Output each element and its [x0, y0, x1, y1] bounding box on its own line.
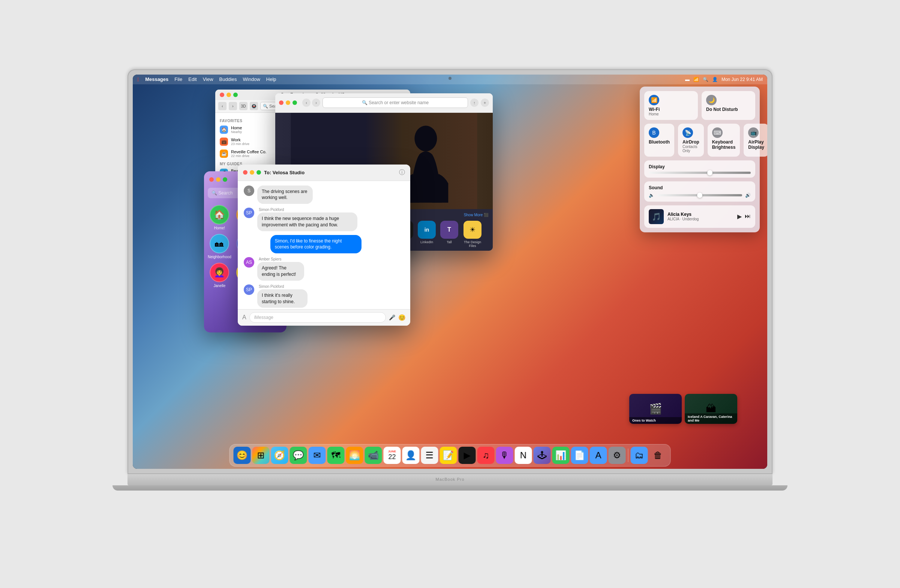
cc-keyboard-tile[interactable]: ⌨ Keyboard Brightness	[708, 124, 740, 157]
dock-contacts[interactable]: 👤	[402, 447, 420, 464]
cc-bluetooth-tile[interactable]: B Bluetooth	[644, 124, 674, 157]
safari-new-tab-btn[interactable]: +	[481, 99, 489, 107]
messages-apps-btn[interactable]: A	[242, 314, 247, 321]
contact-janelle[interactable]: 👩‍🦱 Janelle	[208, 263, 231, 292]
dock-appstore[interactable]: A	[590, 447, 607, 464]
contacts-close-btn[interactable]	[209, 177, 214, 182]
cc-album-art: 🎵	[649, 209, 664, 224]
safari-close-btn[interactable]	[279, 101, 284, 105]
dock-calendar[interactable]: JUNE 22	[383, 447, 401, 464]
maps-forward-btn[interactable]: ›	[229, 102, 237, 110]
dock-launchpad[interactable]: ⊞	[252, 447, 270, 464]
rec-card-1-label: Ones to Watch	[629, 417, 682, 424]
menu-help[interactable]: Help	[266, 76, 276, 82]
fav-designfiles[interactable]: ☀ The Design Files	[463, 221, 482, 248]
msg-sender-4: Amber Spiers	[257, 257, 327, 261]
cc-display-thumb[interactable]	[707, 170, 712, 175]
control-center[interactable]: 📶 Wi-Fi Home 🌙 Do Not Disturb	[640, 87, 760, 232]
dock-podcasts[interactable]: 🎙	[496, 447, 514, 464]
volume-high-icon: 🔊	[745, 193, 751, 198]
messages-input-field[interactable]: iMessage	[249, 312, 386, 323]
dock-finder[interactable]: 😊	[234, 447, 251, 464]
contact-neighborhood-name: Neighborhood	[208, 255, 231, 259]
fav-linkedin-label: LinkedIn	[421, 240, 433, 244]
maps-back-btn[interactable]: ‹	[218, 102, 227, 110]
apple-menu[interactable]: 	[137, 76, 139, 82]
cc-next-btn[interactable]: ⏭	[745, 213, 751, 220]
maps-transit-btn[interactable]: 🚇	[250, 102, 258, 110]
menu-edit[interactable]: Edit	[188, 76, 197, 82]
contact-janelle-name: Janelle	[214, 284, 226, 288]
rec-card-2[interactable]: 🏔 Iceland A Caravan, Caterina and Me	[685, 394, 737, 424]
dock-messages[interactable]: 💬	[290, 447, 307, 464]
contacts-minimize-btn[interactable]	[216, 177, 220, 182]
dock-reminders[interactable]: ☰	[421, 447, 438, 464]
messages-window[interactable]: To: Velosa Studio ⓘ S The driving scenes…	[238, 164, 410, 326]
cc-wifi-tile[interactable]: 📶 Wi-Fi Home	[644, 91, 698, 120]
coffee-icon: ☕	[220, 150, 228, 158]
dock-mail[interactable]: ✉	[309, 447, 326, 464]
cc-track-info: Alicia Keys ALICIA · Underdog	[667, 212, 734, 221]
cc-sound-slider[interactable]	[657, 194, 742, 197]
menu-window[interactable]: Window	[243, 76, 260, 82]
dock-pages[interactable]: 📄	[571, 447, 588, 464]
dock-files[interactable]: 🗂	[631, 447, 648, 464]
menu-file[interactable]: File	[174, 76, 182, 82]
safari-back-btn[interactable]: ‹	[302, 99, 310, 107]
dock-arcade[interactable]: 🕹	[534, 447, 551, 464]
close-button[interactable]	[220, 93, 224, 97]
messages-recipient: To: Velosa Studio	[264, 170, 396, 175]
contact-neighborhood-avatar: 🏘	[209, 234, 229, 253]
cc-dnd-tile[interactable]: 🌙 Do Not Disturb	[701, 91, 755, 120]
cc-airdrop-tile[interactable]: 📡 AirDrop Contacts Only	[678, 124, 704, 157]
dock-notes[interactable]: 📝	[440, 447, 457, 464]
safari-forward-btn[interactable]: ›	[312, 99, 320, 107]
contact-home[interactable]: 🏠 Home!	[208, 205, 231, 230]
messages-audio-btn[interactable]: 🎤	[389, 314, 395, 320]
search-icon[interactable]: 🔍	[703, 77, 708, 82]
dock-music[interactable]: ♫	[477, 447, 495, 464]
cc-display-slider[interactable]	[649, 172, 751, 174]
cc-sound-thumb[interactable]	[697, 193, 702, 198]
maps-3d-btn[interactable]: 3D	[239, 102, 247, 110]
menu-buddies[interactable]: Buddies	[219, 76, 237, 82]
dock-numbers[interactable]: 📊	[552, 447, 569, 464]
dock-facetime[interactable]: 📹	[365, 447, 382, 464]
cc-airplay-label: AirPlay Display	[748, 139, 764, 150]
fav-linkedin[interactable]: in LinkedIn	[418, 221, 436, 248]
safari-address-bar[interactable]: 🔍 Search or enter website name	[323, 97, 468, 108]
rec-card-1[interactable]: 🎬 Ones to Watch	[629, 394, 682, 424]
dock-photos[interactable]: 🌅	[346, 447, 363, 464]
fav-tall-label: Tall	[447, 240, 452, 244]
safari-fullscreen-btn[interactable]	[293, 101, 297, 105]
messages-info-btn[interactable]: ⓘ	[399, 169, 405, 176]
fav-tall[interactable]: T Tall	[440, 221, 458, 248]
safari-minimize-btn[interactable]	[286, 101, 290, 105]
msg-avatar-5: SP	[244, 285, 254, 295]
messages-emoji-btn[interactable]: 😊	[398, 314, 406, 321]
dock-safari[interactable]: 🧭	[271, 447, 289, 464]
dock: 😊 ⊞ 🧭 💬 ✉ 🗺 🌅 📹 JUNE 22 👤 ☰ 📝 ▶	[230, 444, 671, 467]
dock-news[interactable]: N	[515, 447, 532, 464]
cc-play-btn[interactable]: ▶	[737, 213, 742, 220]
app-menu-messages[interactable]: Messages	[145, 76, 168, 82]
dock-systemprefs[interactable]: ⚙	[608, 447, 626, 464]
show-more-btn[interactable]: Show More ⬛	[464, 213, 488, 217]
messages-fullscreen-btn[interactable]	[256, 170, 261, 175]
safari-share-btn[interactable]: ↑	[470, 99, 478, 107]
fav-tall-icon: T	[440, 221, 458, 239]
messages-minimize-btn[interactable]	[250, 170, 254, 175]
cc-airplay-tile[interactable]: 📺 AirPlay Display	[743, 124, 767, 157]
dock-appletv[interactable]: ▶	[459, 447, 476, 464]
minimize-button[interactable]	[227, 93, 231, 97]
dock-trash[interactable]: 🗑	[650, 447, 667, 464]
cc-now-playing: 🎵 Alicia Keys ALICIA · Underdog ▶ ⏭	[644, 205, 755, 228]
keyboard-circle-icon: ⌨	[712, 127, 723, 138]
messages-close-btn[interactable]	[243, 170, 247, 175]
dock-maps[interactable]: 🗺	[327, 447, 344, 464]
menu-view[interactable]: View	[203, 76, 213, 82]
macbook-lid:  Messages File Edit View Buddies Window…	[127, 69, 773, 474]
fullscreen-button[interactable]	[233, 93, 238, 97]
contact-neighborhood[interactable]: 🏘 Neighborhood	[208, 234, 231, 259]
contacts-fullscreen-btn[interactable]	[223, 177, 227, 182]
